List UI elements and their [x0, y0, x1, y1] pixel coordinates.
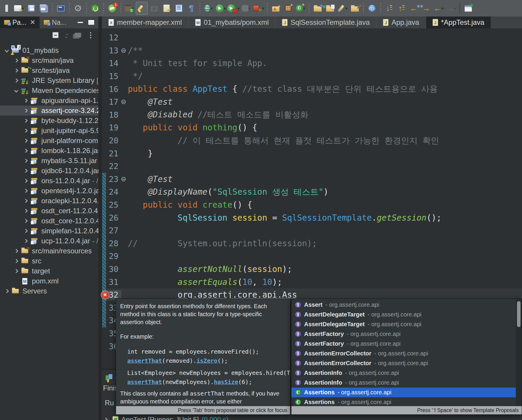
editor-tab-member-mapper-xml[interactable]: Xmember-mapper.xml [102, 17, 189, 28]
completion-item-assertioninfo[interactable]: IAssertionInfo - org.assertj.core.api [291, 378, 516, 388]
new-class-icon[interactable]: ▾ [295, 2, 306, 15]
chevron-right-icon[interactable] [21, 179, 30, 182]
chevron-right-icon[interactable] [12, 59, 21, 62]
completion-item-assertfactory[interactable]: IAssertFactory - org.assertj.core.api [291, 339, 516, 349]
chevron-right-icon[interactable] [21, 99, 30, 102]
console-icon[interactable] [55, 2, 67, 15]
last-edit-forward-icon[interactable]: →✳ [420, 2, 432, 15]
search-icon[interactable] [72, 2, 84, 15]
tree-item-opentest4j-1-2-0-jar[interactable]: opentest4j-1.2.0.jar - / [0, 186, 98, 196]
editor-tab-01-mybatis-pom-xml[interactable]: M01_mybatis/pom.xml [189, 17, 275, 28]
chevron-right-icon[interactable] [12, 79, 21, 82]
code-line-14[interactable]: 14 * Unit test for simple App. [102, 57, 522, 70]
completion-item-assertionerrorcollector[interactable]: IAssertionErrorCollector - org.assertj.c… [291, 358, 516, 368]
open-type-icon[interactable] [161, 2, 172, 15]
code-line-26[interactable]: 26 SqlSession session = SqlSessionTempla… [102, 211, 522, 224]
chevron-right-icon[interactable] [102, 418, 110, 420]
scrollbar-thumb[interactable] [517, 301, 521, 327]
tree-item-src-main-resources[interactable]: src/main/resources [0, 246, 98, 256]
tree-item-ons-11-2-0-4-jar[interactable]: ons-11.2.0.4.jar - /User [0, 176, 98, 186]
completion-item-assertions[interactable]: CAssertions - org.assertj.core.api [291, 388, 516, 397]
completion-item-assertdelegatetarget[interactable]: IAssertDelegateTarget - org.assertj.core… [291, 310, 516, 319]
tree-item-simplefan-11-2-0-4-jar[interactable]: simplefan-11.2.0.4.jar - [0, 226, 98, 236]
fold-collapse-icon[interactable]: – [121, 48, 126, 53]
open-web-browser-icon[interactable] [366, 2, 378, 15]
tree-item-src-test-java[interactable]: src/test/java [0, 65, 98, 76]
focus-icon[interactable] [75, 33, 81, 37]
chevron-right-icon[interactable] [12, 69, 21, 72]
dropdown-caret-icon[interactable]: ▾ [224, 6, 226, 11]
new-java-project-icon[interactable] [270, 2, 282, 15]
panel-tab-package-explorer[interactable]: Pa...✕ [0, 17, 40, 28]
pin-editor-icon[interactable] [462, 2, 474, 15]
tree-item-assertj-core-3-24-2-jar[interactable]: assertj-core-3.24.2.jar [0, 106, 98, 116]
code-line-29[interactable]: 29 [102, 250, 522, 263]
junit-view-icon[interactable] [105, 374, 114, 382]
code-line-18[interactable]: 18 @Disabled //테스트 메소드를 비활성화 [102, 109, 522, 122]
new-wizard-icon[interactable]: ▾ [13, 2, 25, 15]
tree-item-osdt-core-11-2-0-4-jar[interactable]: osdt_core-11.2.0.4.jar - [0, 216, 98, 226]
tree-item-apiguardian-api-1-1-2-ja[interactable]: apiguardian-api-1.1.2.ja [0, 96, 98, 106]
editor-tab--apptest-java[interactable]: J*AppTest.java [426, 17, 491, 28]
tree-item-servers[interactable]: Servers [0, 286, 98, 296]
highlighter-icon[interactable] [136, 2, 148, 15]
tree-item-junit-platform-commor[interactable]: junit-platform-commor [0, 136, 98, 146]
code-line-28[interactable]: 28// System.out.println(session); [102, 237, 522, 250]
dropdown-caret-icon[interactable]: ▾ [454, 6, 456, 11]
doc-link[interactable]: isZero [197, 357, 217, 364]
tree-item-ojdbc6-11-2-0-4-jar[interactable]: ojdbc6-11.2.0.4.jar - /U [0, 166, 98, 176]
error-marker-icon[interactable]: ✕ [101, 291, 109, 299]
chevron-right-icon[interactable] [21, 159, 30, 162]
chevron-right-icon[interactable] [21, 129, 30, 132]
fold-collapse-icon[interactable]: – [121, 100, 126, 104]
tree-item-src-main-java[interactable]: src/main/java [0, 55, 98, 65]
chevron-right-icon[interactable] [21, 199, 30, 202]
pull-down-icon[interactable]: ↓▾ [383, 2, 395, 15]
code-line-22[interactable]: 22 [102, 160, 522, 173]
stop-icon[interactable]: ▾ [240, 2, 252, 15]
chevron-right-icon[interactable] [21, 139, 30, 142]
tree-item-mybatis-3-5-11-jar[interactable]: mybatis-3.5.11.jar - /Us [0, 156, 98, 166]
relaunch-icon[interactable]: ▾ [253, 2, 265, 15]
completion-item-assert[interactable]: IAssert - org.assertj.core.api [291, 300, 516, 310]
forward-icon[interactable]: →▾ [445, 2, 457, 15]
chevron-right-icon[interactable] [21, 119, 30, 122]
collapse-all-icon[interactable] [53, 32, 58, 38]
doc-link[interactable]: assertThat [127, 379, 162, 385]
run-external-tools-icon[interactable]: ▾ [227, 2, 240, 15]
minimize-icon[interactable] [78, 22, 83, 23]
tree-item-osdt-cert-11-2-0-4-jar[interactable]: osdt_cert-11.2.0.4.jar - [0, 206, 98, 216]
chevron-right-icon[interactable] [2, 290, 11, 293]
tree-item-jre-system-library[interactable]: JRE System Library [Java [0, 76, 98, 86]
tree-item-byte-buddy-1-12-21-jar[interactable]: byte-buddy-1.12.21.jar [0, 116, 98, 126]
dropdown-caret-icon[interactable]: ▾ [249, 6, 251, 11]
code-line-17[interactable]: 17– @Test [102, 96, 522, 109]
run-icon[interactable]: ▾ [215, 2, 227, 15]
code-line-13[interactable]: 13–/** [102, 44, 522, 57]
last-edit-back-icon[interactable]: ←✳ [408, 2, 420, 15]
panel-tab-navigator[interactable]: Na... [40, 17, 71, 28]
panel-sash[interactable] [98, 17, 102, 420]
spring-updates-icon[interactable]: 1 [106, 2, 118, 15]
code-line-20[interactable]: 20 // 이 테스트를 통해서 현재 플젓 테스트가 가능한 환경인지 확인 [102, 134, 522, 147]
edit-folder-icon[interactable] [349, 2, 361, 15]
dropdown-caret-icon[interactable]: ▾ [442, 6, 444, 11]
completion-item-assertioninfo[interactable]: IAssertionInfo - org.assertj.core.api [291, 368, 516, 378]
scrollbar-track[interactable] [516, 299, 522, 406]
code-line-15[interactable]: 15 */ [102, 70, 522, 83]
chevron-right-icon[interactable] [21, 149, 30, 152]
tree-item-oraclepki-11-2-0-4-jar[interactable]: oraclepki-11.2.0.4.jar - [0, 196, 98, 206]
new-package-icon[interactable] [282, 2, 294, 15]
tree-item-target[interactable]: target [0, 266, 98, 276]
code-line-21[interactable]: 21 } [102, 147, 522, 160]
link-with-editor-icon[interactable]: →← [64, 32, 69, 38]
import-folder-icon[interactable] [324, 2, 336, 15]
chevron-right-icon[interactable] [12, 270, 21, 273]
save-all-icon[interactable] [38, 2, 50, 15]
tree-item-01-mybatis[interactable]: MJ01_mybatis [0, 45, 98, 55]
show-whitespace-icon[interactable]: ¶ [185, 2, 197, 15]
fold-collapse-icon[interactable]: – [121, 177, 126, 181]
code-line-31[interactable]: 31 assertEquals(10, 10); [102, 275, 522, 288]
completion-item-assertdelegatetarget[interactable]: IAssertDelegateTarget - org.assertj.core… [291, 319, 516, 329]
maximize-icon[interactable] [88, 20, 94, 25]
